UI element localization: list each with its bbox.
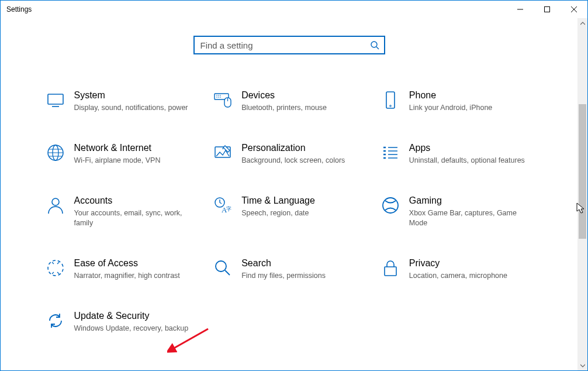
settings-window: Settings — [0, 0, 588, 371]
svg-point-12 — [390, 105, 392, 107]
categories-grid: System Display, sound, notifications, po… — [44, 90, 535, 334]
privacy-icon — [379, 257, 402, 277]
svg-point-7 — [216, 97, 217, 98]
search-box[interactable] — [193, 36, 385, 54]
search-category-icon — [211, 257, 234, 277]
category-title: Search — [241, 257, 364, 269]
category-system[interactable]: System Display, sound, notifications, po… — [44, 90, 200, 113]
category-desc: Background, lock screen, colors — [241, 156, 364, 166]
svg-point-6 — [220, 95, 221, 96]
category-title: Devices — [241, 90, 364, 101]
category-title: Apps — [409, 142, 531, 153]
update-icon — [44, 310, 67, 330]
search-input[interactable] — [199, 40, 370, 51]
category-desc: Your accounts, email, sync, work, family — [74, 208, 196, 228]
category-personalization[interactable]: Personalization Background, lock screen,… — [211, 142, 367, 166]
personalization-icon — [211, 142, 234, 162]
svg-point-20 — [383, 198, 398, 213]
scroll-track[interactable] — [577, 28, 587, 360]
category-desc: Find my files, permissions — [241, 271, 364, 281]
category-desc: Display, sound, notifications, power — [74, 103, 196, 113]
content-area: System Display, sound, notifications, po… — [1, 18, 577, 370]
close-button[interactable] — [561, 1, 587, 18]
svg-point-21 — [216, 261, 226, 272]
category-phone[interactable]: Phone Link your Android, iPhone — [379, 90, 535, 113]
scroll-up-button[interactable] — [577, 18, 587, 28]
scroll-thumb[interactable] — [579, 104, 586, 239]
category-desc: Windows Update, recovery, backup — [74, 324, 196, 334]
category-title: Accounts — [74, 195, 196, 206]
category-title: Ease of Access — [74, 257, 196, 269]
titlebar: Settings — [1, 1, 587, 18]
apps-icon — [379, 142, 402, 162]
maximize-icon — [544, 6, 550, 12]
category-update[interactable]: Update & Security Windows Update, recove… — [44, 310, 200, 334]
category-desc: Bluetooth, printers, mouse — [241, 103, 364, 113]
devices-icon — [211, 90, 234, 109]
vertical-scrollbar[interactable] — [577, 18, 587, 370]
phone-icon — [379, 90, 402, 109]
chevron-down-icon — [580, 364, 585, 367]
category-desc: Uninstall, defaults, optional features — [409, 156, 531, 166]
svg-point-4 — [216, 95, 217, 96]
ease-icon — [44, 257, 67, 277]
category-title: Phone — [409, 90, 531, 101]
category-apps[interactable]: Apps Uninstall, defaults, optional featu… — [379, 142, 535, 166]
category-title: System — [74, 90, 196, 101]
minimize-icon — [517, 6, 523, 12]
gaming-icon — [379, 195, 402, 215]
category-title: Privacy — [409, 257, 531, 269]
chevron-up-icon — [580, 22, 585, 25]
svg-rect-11 — [386, 92, 395, 108]
category-desc: Xbox Game Bar, captures, Game Mode — [409, 208, 531, 228]
svg-rect-0 — [545, 7, 550, 12]
close-icon — [571, 6, 577, 12]
svg-point-1 — [371, 42, 377, 47]
svg-point-16 — [52, 198, 59, 205]
accounts-icon — [44, 195, 67, 215]
category-search[interactable]: Search Find my files, permissions — [211, 257, 367, 281]
category-gaming[interactable]: Gaming Xbox Game Bar, captures, Game Mod… — [379, 195, 535, 228]
minimize-button[interactable] — [507, 1, 534, 18]
category-network[interactable]: Network & Internet Wi-Fi, airplane mode,… — [44, 142, 200, 166]
category-accounts[interactable]: Accounts Your accounts, email, sync, wor… — [44, 195, 200, 228]
category-privacy[interactable]: Privacy Location, camera, microphone — [379, 257, 535, 281]
category-title: Gaming — [409, 195, 531, 206]
svg-point-5 — [218, 95, 219, 96]
system-icon — [44, 90, 67, 109]
category-desc: Narrator, magnifier, high contrast — [74, 271, 196, 281]
category-ease[interactable]: Ease of Access Narrator, magnifier, high… — [44, 257, 200, 281]
category-devices[interactable]: Devices Bluetooth, printers, mouse — [211, 90, 367, 113]
category-desc: Wi-Fi, airplane mode, VPN — [74, 156, 196, 166]
category-time[interactable]: A字 Time & Language Speech, region, date — [211, 195, 367, 228]
window-title: Settings — [6, 5, 32, 13]
scroll-down-button[interactable] — [577, 360, 587, 370]
svg-point-9 — [220, 97, 221, 98]
svg-text:字: 字 — [226, 206, 231, 212]
search-icon — [370, 40, 379, 50]
category-title: Time & Language — [241, 195, 364, 206]
category-desc: Speech, region, date — [241, 208, 364, 218]
maximize-button[interactable] — [534, 1, 561, 18]
category-title: Personalization — [241, 142, 364, 153]
category-desc: Link your Android, iPhone — [409, 103, 531, 113]
network-icon — [44, 142, 67, 162]
svg-rect-22 — [385, 267, 396, 276]
category-title: Network & Internet — [74, 142, 196, 153]
time-icon: A字 — [211, 195, 234, 215]
svg-point-8 — [218, 97, 219, 98]
svg-rect-2 — [48, 94, 63, 104]
category-title: Update & Security — [74, 310, 196, 321]
category-desc: Location, camera, microphone — [409, 271, 531, 281]
